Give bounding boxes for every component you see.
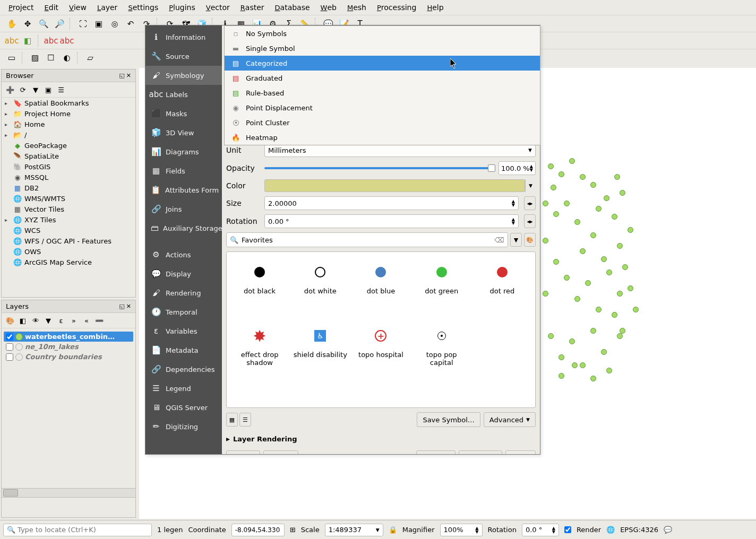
symbol-grid[interactable]: dot blackdot whitedot bluedot greendot r… [226,251,536,408]
zoom-layer-icon[interactable]: ▣ [91,16,106,31]
size-aux[interactable]: ◂▸ [524,196,536,210]
crs-icon[interactable]: 🌐 [606,526,615,534]
help-button[interactable]: ?Help [226,450,260,454]
menu-web[interactable]: Web [316,1,341,14]
sidebar-item-qgis-server[interactable]: 🖥QGIS Server [145,398,222,417]
browser-item[interactable]: ▸📂/ [2,129,135,140]
menu-layer[interactable]: Layer [93,1,122,14]
color-button[interactable] [264,179,525,192]
refresh-browser-icon[interactable]: ⟳ [18,84,28,95]
zoom-out-icon[interactable]: 🔎 [52,16,67,31]
browser-item[interactable]: 🌐WMS/WMTS [2,193,135,204]
filter-icon[interactable]: ▱ [83,50,98,65]
label4-icon[interactable]: abc [59,33,74,48]
favorites-search[interactable]: 🔍 Favorites ⌫ [226,232,508,247]
rotation-aux[interactable]: ◂▸ [524,214,536,228]
style-button[interactable]: Style ▼ [263,450,299,454]
rotation-spin[interactable]: 0.00 °▲▼ [264,214,519,228]
save-symbol-button[interactable]: Save Symbol… [417,412,480,427]
select-icon[interactable]: ▭ [4,50,19,65]
extents-icon[interactable]: ⊞ [290,526,296,534]
opacity-spin[interactable]: 100.0 %▲▼ [499,161,536,175]
grid-view-icon[interactable]: ▦ [226,413,238,427]
hscrollbar[interactable] [1,488,136,498]
add-group-icon[interactable]: ◧ [18,315,28,326]
browser-tree[interactable]: ▸🔖Spatial Bookmarks▸📁Project Home▸🏠Home▸… [2,98,135,297]
style-manager-icon[interactable]: 🎨 [524,233,536,247]
symbol-cell[interactable]: ✸effect drop shadow [232,325,287,384]
menu-edit[interactable]: Edit [40,1,63,14]
panel-close-icon[interactable]: ✕ [126,72,131,79]
zoom-last-icon[interactable]: ↶ [123,16,138,31]
sidebar-item-masks[interactable]: ⬛Masks [145,104,222,123]
menu-help[interactable]: Help [423,1,448,14]
layers-close-icon[interactable]: ✕ [126,303,131,310]
layer-row[interactable]: Country boundaries [4,352,133,362]
fav-dd[interactable]: ▼ [510,233,522,247]
menu-settings[interactable]: Settings [124,1,162,14]
sidebar-item-rendering[interactable]: 🖌Rendering [145,283,222,302]
menu-view[interactable]: View [65,1,91,14]
layers-undock-icon[interactable]: ◱ [119,303,124,310]
symbol-cell[interactable]: dot white [293,262,348,320]
clear-icon[interactable]: ⌫ [495,236,504,244]
browser-item[interactable]: ◆GeoPackage [2,140,135,151]
renderer-option[interactable]: 🔥Heatmap [225,130,540,145]
renderer-option[interactable]: ⦿Point Cluster [225,115,540,130]
rot-field[interactable]: 0.0 °▲▼ [522,524,559,536]
menu-project[interactable]: Project [4,1,38,14]
sidebar-item-diagrams[interactable]: 📊Diagrams [145,142,222,161]
apply-button[interactable]: ✔Apply [416,450,456,454]
browser-item[interactable]: 🌐WFS / OGC API - Features [2,236,135,246]
collapse-all-icon[interactable]: « [81,315,92,326]
symbol-cell[interactable]: topo pop capital [414,325,469,384]
browser-item[interactable]: 🌐OWS [2,246,135,257]
symbol-cell[interactable]: dot red [475,262,530,320]
panel-undock-icon[interactable]: ◱ [119,72,124,79]
symbol-cell[interactable]: dot blue [353,262,408,320]
label3-icon[interactable]: abc [44,33,58,48]
browser-item[interactable]: 🐘PostGIS [2,161,135,172]
label-icon[interactable]: abc [4,33,19,48]
menu-database[interactable]: Database [271,1,314,14]
renderer-option[interactable]: ▬Single Symbol [225,41,540,56]
label2-icon[interactable]: ◧ [20,33,35,48]
pan-selection-icon[interactable]: ✥ [20,16,35,31]
renderer-option[interactable]: ▤Graduated [225,71,540,85]
sidebar-item-labels[interactable]: abcLabels [145,85,222,104]
layer-rendering-header[interactable]: ▸ Layer Rendering [226,434,536,443]
sidebar-item-source[interactable]: 🔧Source [145,47,222,66]
color-dropdown[interactable]: ▼ [525,179,536,192]
menu-processing[interactable]: Processing [373,1,420,14]
symbol-cell[interactable]: ♿shield disability [293,325,348,384]
sidebar-item-information[interactable]: ℹInformation [145,28,222,47]
zoom-in-icon[interactable]: 🔍 [36,16,51,31]
zoom-native-icon[interactable]: ◎ [107,16,122,31]
size-spin[interactable]: 2.00000▲▼ [264,196,519,210]
advanced-button[interactable]: Advanced ▼ [484,412,536,427]
filter-layers-icon[interactable]: ▼ [43,315,54,326]
browser-item[interactable]: ◉MSSQL [2,172,135,182]
eye-icon[interactable]: 👁 [30,315,41,326]
sidebar-item-variables[interactable]: εVariables [145,321,222,341]
collapse-icon[interactable]: ▣ [43,84,54,95]
layer-row[interactable]: waterbeetles_combin… [4,332,133,342]
coord-field[interactable]: -8.094,54.330 [231,524,285,536]
menu-vector[interactable]: Vector [202,1,234,14]
list-view-icon[interactable]: ☰ [239,413,251,427]
sidebar-item-legend[interactable]: ☰Legend [145,379,222,398]
renderer-option[interactable]: ▤Categorized [225,56,540,71]
browser-item[interactable]: 🌐ArcGIS Map Service [2,257,135,267]
symbol-cell[interactable]: dot black [232,262,287,320]
renderer-dropdown[interactable]: ▫No Symbols▬Single Symbol▤Categorized▤Gr… [224,25,540,145]
pan-icon[interactable]: ✋ [4,16,19,31]
sidebar-item-3d-view[interactable]: 🧊3D View [145,123,222,142]
sidebar-item-auxiliary-storage[interactable]: 🗃Auxiliary Storage [145,219,222,238]
mag-field[interactable]: 100%▲▼ [440,524,483,536]
remove-icon[interactable]: ➖ [94,315,105,326]
add-layer-icon[interactable]: ➕ [5,84,15,95]
locator-input[interactable]: 🔍 Type to locate (Ctrl+K) [3,524,152,536]
sidebar-item-metadata[interactable]: 📄Metadata [145,341,222,360]
renderer-option[interactable]: ◉Point Displacement [225,100,540,115]
sidebar-item-dependencies[interactable]: 🔗Dependencies [145,360,222,379]
